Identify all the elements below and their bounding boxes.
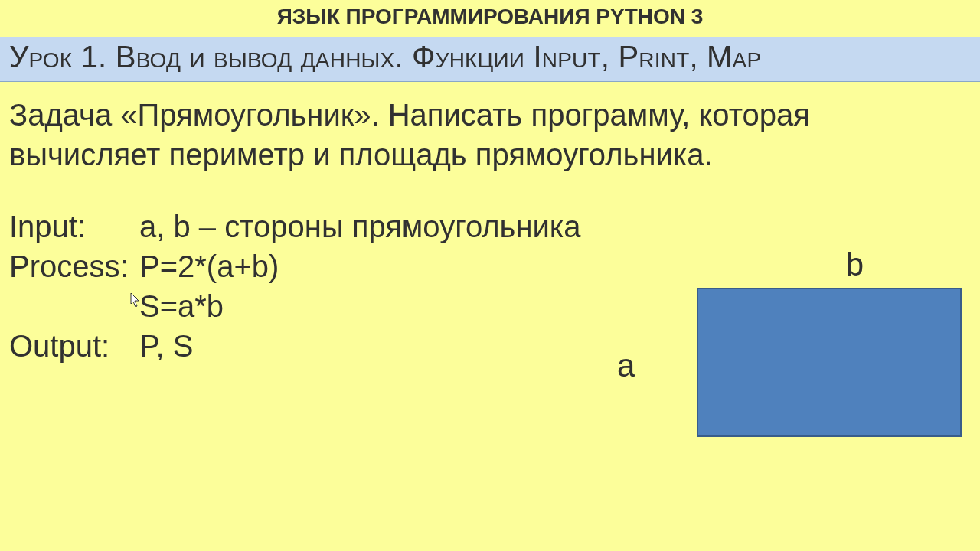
spec-output-label: Output:: [9, 326, 139, 366]
spec-process-value-2-text: S=a*b: [139, 289, 224, 323]
spec-process-value-2: S=a*b: [139, 286, 224, 326]
task-line-1: Задача «Прямоугольник». Написать програм…: [9, 95, 966, 135]
lesson-title: Урок 1. Ввод и вывод данных. Функции Inp…: [9, 40, 761, 74]
slide-root: ЯЗЫК ПРОГРАММИРОВАНИЯ PYTHON 3 Урок 1. В…: [0, 0, 980, 551]
spec-output-value: P, S: [139, 326, 193, 366]
course-title: ЯЗЫК ПРОГРАММИРОВАНИЯ PYTHON 3: [0, 5, 980, 29]
lesson-title-bar: Урок 1. Ввод и вывод данных. Функции Inp…: [0, 37, 980, 82]
spec-process-value: P=2*(a+b): [139, 246, 279, 286]
rectangle-diagram: b a: [655, 286, 963, 459]
spec-process-label-empty: [9, 286, 139, 326]
spec-input-label: Input:: [9, 207, 139, 246]
spec-input-value: a, b – стороны прямоугольника: [139, 207, 580, 246]
slide-header: ЯЗЫК ПРОГРАММИРОВАНИЯ PYTHON 3 Урок 1. В…: [0, 0, 980, 82]
rectangle-shape: [697, 288, 962, 437]
diagram-label-b: b: [846, 246, 864, 283]
spec-process-row: Process: P=2*(a+b): [9, 246, 966, 286]
task-line-2: вычисляет периметр и площадь прямоугольн…: [9, 135, 966, 174]
spec-input-row: Input: a, b – стороны прямоугольника: [9, 207, 966, 246]
spec-process-label: Process:: [9, 246, 139, 286]
diagram-label-a: a: [617, 347, 635, 384]
